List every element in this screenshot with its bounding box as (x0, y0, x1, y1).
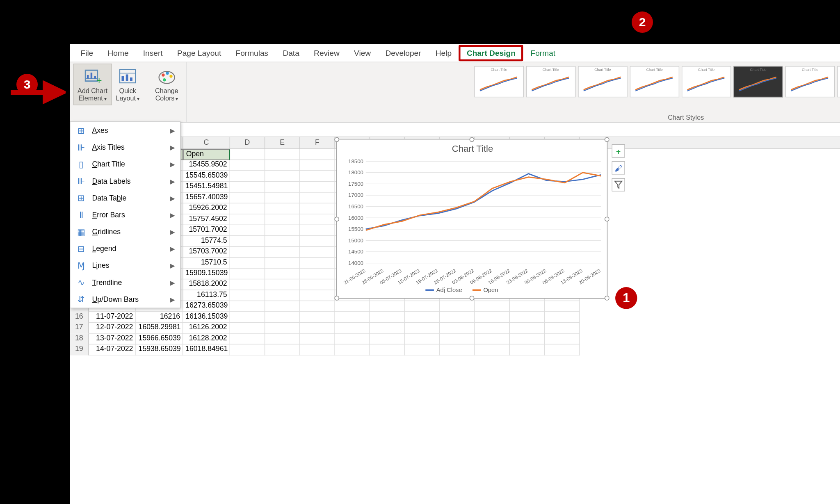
cell[interactable]: 12-07-2022 (89, 323, 136, 333)
chart-style-thumb[interactable]: Chart Title (578, 66, 628, 97)
cell[interactable] (370, 312, 405, 323)
cell[interactable] (545, 301, 580, 312)
chart-styles-button[interactable]: 🖌 (612, 161, 625, 174)
cell[interactable] (475, 344, 510, 355)
cell[interactable]: 15966.65039 (136, 334, 183, 344)
cell[interactable]: 15774.5 (183, 236, 230, 246)
cell[interactable] (265, 236, 300, 246)
menu-data-table[interactable]: ⊞Data Table▶ (70, 189, 180, 206)
cell[interactable] (300, 344, 335, 355)
cell[interactable] (300, 258, 335, 268)
add-chart-element-button[interactable]: + Add Chart Element▾ (73, 64, 112, 105)
cell[interactable] (230, 225, 265, 236)
cell[interactable]: 15545.65039 (183, 171, 230, 182)
cell[interactable] (335, 323, 370, 333)
cell[interactable] (265, 301, 300, 312)
cell[interactable] (475, 312, 510, 323)
column-header[interactable]: F (300, 137, 335, 148)
cell[interactable] (300, 149, 335, 160)
cell[interactable] (510, 344, 545, 355)
row-header[interactable]: 17 (70, 323, 89, 333)
row-header[interactable]: 19 (70, 344, 89, 355)
cell[interactable] (230, 258, 265, 268)
cell[interactable] (230, 279, 265, 290)
cell[interactable] (370, 323, 405, 333)
column-header[interactable]: D (230, 137, 265, 148)
chart-style-thumb[interactable]: Chart Title (682, 66, 731, 97)
menu-chart-title[interactable]: ▯Chart Title▶ (70, 156, 180, 173)
cell[interactable] (300, 290, 335, 301)
tab-chart-design[interactable]: Chart Design (459, 45, 523, 61)
cell[interactable]: 15710.5 (183, 258, 230, 268)
cell[interactable] (370, 344, 405, 355)
cell[interactable] (230, 301, 265, 312)
tab-file[interactable]: File (73, 45, 100, 61)
cell[interactable]: 15818.2002 (183, 279, 230, 290)
menu-lines[interactable]: ⱮLines▶ (70, 257, 180, 274)
cell[interactable] (265, 323, 300, 333)
cell[interactable] (545, 323, 580, 333)
cell[interactable]: 16273.65039 (183, 301, 230, 312)
cell[interactable] (230, 193, 265, 203)
cell[interactable] (265, 258, 300, 268)
cell[interactable] (300, 225, 335, 236)
cell[interactable] (300, 323, 335, 333)
cell[interactable]: 15757.4502 (183, 214, 230, 225)
cell[interactable] (370, 301, 405, 312)
cell[interactable] (440, 323, 475, 333)
cell[interactable] (300, 301, 335, 312)
cell[interactable] (545, 312, 580, 323)
menu-trendline[interactable]: ∿Trendline▶ (70, 274, 180, 291)
menu-axis-titles[interactable]: ⊪Axis Titles▶ (70, 139, 180, 156)
cell[interactable] (230, 160, 265, 171)
cell[interactable] (230, 323, 265, 333)
cell[interactable] (265, 344, 300, 355)
cell[interactable] (300, 160, 335, 171)
cell[interactable] (265, 334, 300, 344)
cell[interactable]: 16136.15039 (183, 312, 230, 323)
cell[interactable] (510, 301, 545, 312)
cell[interactable] (265, 279, 300, 290)
cell[interactable] (265, 149, 300, 160)
cell[interactable] (545, 334, 580, 344)
cell[interactable] (230, 344, 265, 355)
tab-home[interactable]: Home (100, 45, 136, 61)
cell[interactable] (265, 171, 300, 182)
tab-insert[interactable]: Insert (136, 45, 170, 61)
cell[interactable] (230, 312, 265, 323)
cell[interactable] (265, 214, 300, 225)
quick-layout-button[interactable]: Quick Layout▾ (112, 64, 144, 105)
tab-data[interactable]: Data (276, 45, 307, 61)
cell[interactable]: 16128.2002 (183, 334, 230, 344)
cell[interactable]: Open (183, 149, 230, 160)
cell[interactable]: 15451.54981 (183, 182, 230, 192)
menu-error-bars[interactable]: ⅡError Bars▶ (70, 206, 180, 223)
cell[interactable] (230, 203, 265, 214)
cell[interactable]: 15938.65039 (136, 344, 183, 355)
tab-format[interactable]: Format (523, 45, 563, 61)
cell[interactable]: 16018.84961 (183, 344, 230, 355)
cell[interactable]: 13-07-2022 (89, 334, 136, 344)
cell[interactable] (440, 344, 475, 355)
chart-style-thumb[interactable]: Chart Title (526, 66, 576, 97)
cell[interactable] (265, 203, 300, 214)
row-header[interactable]: 18 (70, 334, 89, 344)
cell[interactable] (300, 312, 335, 323)
cell[interactable] (335, 301, 370, 312)
cell[interactable] (335, 334, 370, 344)
column-header[interactable]: C (183, 137, 230, 148)
cell[interactable]: 16113.75 (183, 290, 230, 301)
cell[interactable] (440, 312, 475, 323)
cell[interactable] (405, 344, 440, 355)
tab-developer[interactable]: Developer (378, 45, 428, 61)
cell[interactable] (230, 182, 265, 192)
chart-style-thumb[interactable]: Chart Title (630, 66, 679, 97)
menu-updown-bars[interactable]: ⇵Up/Down Bars▶ (70, 291, 180, 308)
cell[interactable] (265, 225, 300, 236)
cell[interactable] (230, 290, 265, 301)
chart-style-thumb[interactable]: Chart Title (733, 66, 783, 97)
chart-filter-button[interactable] (612, 178, 625, 191)
cell[interactable] (230, 236, 265, 246)
cell[interactable] (300, 214, 335, 225)
cell[interactable] (265, 160, 300, 171)
